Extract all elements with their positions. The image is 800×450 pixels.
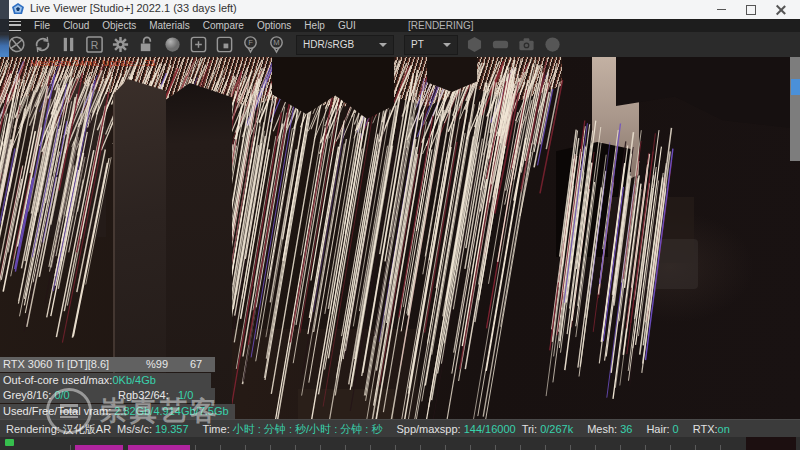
material-picker-icon[interactable]: M [267, 35, 286, 54]
focus-picker-icon[interactable]: F [241, 35, 260, 54]
lock-resolution-icon[interactable] [137, 35, 156, 54]
background-timeline-bar [0, 437, 800, 450]
kernel-dropdown[interactable]: PT [404, 35, 458, 55]
pill-icon[interactable] [491, 35, 510, 54]
menu-options[interactable]: Options [257, 20, 291, 31]
gpu-load: %99 [146, 357, 168, 372]
toolbar: R F [0, 32, 800, 57]
rgb-value: 1/0 [178, 388, 193, 403]
circle-icon[interactable] [543, 35, 562, 54]
title-bar: Live Viewer [Studio+] 2022.1 (33 days le… [0, 0, 800, 19]
menu-compare[interactable]: Compare [203, 20, 244, 31]
gpu-info-row: RTX 3060 Ti [DT][8.6] %99 67 [0, 357, 215, 372]
reset-button-icon[interactable]: R [85, 35, 104, 54]
display-mode-value: HDR/sRGB [303, 39, 354, 50]
background-scrollbar[interactable] [790, 57, 800, 161]
mesh-counter: Mesh:36 [587, 423, 632, 435]
reset-letter: R [91, 40, 99, 51]
focus-letter: F [248, 38, 253, 47]
triangle-counter: Tri:0/267k [522, 423, 574, 435]
chevron-down-icon [443, 43, 451, 47]
vram-value: 2.82Gb/4.914Gb/7.5Gb [114, 405, 228, 417]
display-mode-dropdown[interactable]: HDR/sRGB [296, 35, 394, 55]
gpu-name: RTX 3060 Ti [DT][8.6] [3, 358, 109, 370]
timeline-end-block [746, 437, 796, 450]
live-viewer-window: Live Viewer [Studio+] 2022.1 (33 days le… [0, 0, 800, 450]
ooc-label: Out-of-core used/max: [3, 374, 112, 386]
menu-bar: File Cloud Objects Materials Compare Opt… [0, 19, 800, 32]
hamburger-menu-icon[interactable] [8, 21, 21, 31]
menu-cloud[interactable]: Cloud [63, 20, 89, 31]
background-scrollbar-thumb[interactable] [791, 79, 800, 95]
spp-counter: Spp/maxspp:144/16000 [396, 423, 515, 435]
background-palette-edge [0, 32, 9, 57]
vram-row: Used/Free/Total vram: 2.82Gb/4.914Gb/7.5… [0, 404, 235, 419]
maximize-icon [746, 5, 756, 15]
octane-aperture-icon[interactable] [7, 35, 26, 54]
window-controls [706, 0, 796, 19]
vram-label: Used/Free/Total vram: [3, 405, 111, 417]
octane-logo-icon [12, 3, 24, 15]
camera-icon[interactable] [517, 35, 536, 54]
out-of-core-row: Out-of-core used/max:0Kb/4Gb [0, 373, 211, 388]
hair-counter: Hair:0 [646, 423, 678, 435]
ooc-value: 0Kb/4Gb [112, 374, 155, 386]
gpu-temperature: 67 [190, 357, 202, 372]
restart-render-icon[interactable] [33, 35, 52, 54]
menu-help[interactable]: Help [304, 20, 325, 31]
region-clear-icon[interactable] [215, 35, 234, 54]
region-add-icon[interactable] [189, 35, 208, 54]
grey-value: 0/0 [54, 389, 69, 401]
kernel-value: PT [411, 39, 424, 50]
samples-speed: Ms/s/c:19.357 [117, 423, 189, 435]
rendering-status: Rendering:汉化版AR [6, 422, 111, 437]
buffers-row: Grey8/16: 0/0 Rgb32/64: 1/0 [0, 388, 215, 403]
background-window-edge [0, 0, 9, 19]
render-time: Time:小时 : 分钟 : 秒/小时 : 分钟 : 秒 [203, 422, 383, 437]
background-window-edge [0, 19, 9, 32]
pause-render-icon[interactable] [59, 35, 78, 54]
minimize-button[interactable] [706, 0, 736, 19]
timeline-keyframe-range [75, 445, 190, 450]
menu-objects[interactable]: Objects [102, 20, 136, 31]
hexagon-icon[interactable] [465, 35, 484, 54]
rendering-status-badge: [RENDERING] [408, 20, 474, 31]
material-letter: M [273, 38, 279, 47]
settings-gear-icon[interactable] [111, 35, 130, 54]
menu-materials[interactable]: Materials [149, 20, 190, 31]
gpu-stats-overlay: RTX 3060 Ti [DT][8.6] %99 67 Out-of-core… [0, 357, 235, 419]
menu-file[interactable]: File [34, 20, 50, 31]
render-log-text: MeshGen:34ms. Update:...33 [30, 58, 155, 68]
close-button[interactable] [766, 0, 796, 19]
close-icon [776, 5, 786, 15]
grey-label: Grey8/16: [3, 389, 51, 401]
minimize-icon [717, 9, 726, 10]
maximize-button[interactable] [736, 0, 766, 19]
menu-gui[interactable]: GUI [338, 20, 356, 31]
chevron-down-icon [379, 43, 387, 47]
rtx-status: RTX:on [693, 423, 730, 435]
window-title: Live Viewer [Studio+] 2022.1 (33 days le… [30, 2, 237, 14]
rgb-label: Rgb32/64: [118, 388, 169, 403]
status-bar: Rendering:汉化版AR Ms/s/c:19.357 Time:小时 : … [0, 419, 800, 438]
timeline-play-marker [5, 439, 14, 446]
render-region-sphere-icon[interactable] [163, 35, 182, 54]
